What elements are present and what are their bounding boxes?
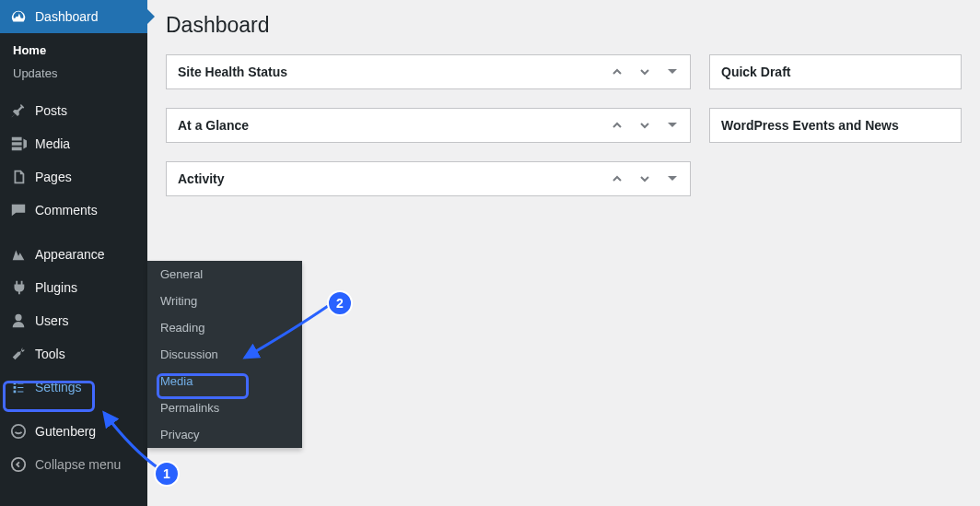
dashboard-subitems: Home Updates xyxy=(0,33,147,94)
submenu-item-permalinks[interactable]: Permalinks xyxy=(147,394,302,421)
left-column: Site Health Status At a Glance xyxy=(166,54,691,196)
submenu-item-media[interactable]: Media xyxy=(147,368,302,394)
label: Gutenberg xyxy=(35,424,96,439)
panel-controls xyxy=(611,119,679,132)
label: Plugins xyxy=(35,280,77,295)
move-down-icon[interactable] xyxy=(638,65,651,78)
settings-icon xyxy=(9,378,28,396)
panel-header: At a Glance xyxy=(167,109,690,142)
sidebar-collapse[interactable]: Collapse menu xyxy=(0,448,147,481)
panel-title: Site Health Status xyxy=(178,65,287,79)
label: Dashboard xyxy=(35,9,99,24)
panel-title: Activity xyxy=(178,171,225,186)
dashboard-icon xyxy=(9,7,28,26)
dashboard-columns: Site Health Status At a Glance xyxy=(166,54,962,196)
submenu-item-reading[interactable]: Reading xyxy=(147,314,302,341)
sidebar-item-dashboard[interactable]: Dashboard xyxy=(0,0,147,33)
appearance-icon xyxy=(9,245,28,264)
sidebar-item-media[interactable]: Media xyxy=(0,127,147,160)
sidebar-item-users[interactable]: Users xyxy=(0,304,147,337)
label: Media xyxy=(35,136,70,151)
toggle-icon[interactable] xyxy=(666,172,679,185)
plugins-icon xyxy=(9,278,28,297)
label: Settings xyxy=(35,380,82,394)
label: Pages xyxy=(35,170,72,184)
panel-quick-draft[interactable]: Quick Draft xyxy=(709,54,962,89)
move-down-icon[interactable] xyxy=(638,119,651,132)
collapse-icon xyxy=(9,455,28,474)
panel-title: Quick Draft xyxy=(721,65,790,79)
sidebar-subitem-updates[interactable]: Updates xyxy=(0,62,147,85)
panel-title: At a Glance xyxy=(178,118,249,133)
sidebar-item-plugins[interactable]: Plugins xyxy=(0,271,147,304)
label: Posts xyxy=(35,103,67,118)
submenu-item-discussion[interactable]: Discussion xyxy=(147,341,302,368)
label: Collapse menu xyxy=(35,457,121,472)
panel-activity[interactable]: Activity xyxy=(166,161,691,196)
pin-icon xyxy=(9,101,28,120)
sidebar-item-settings[interactable]: Settings xyxy=(0,371,147,404)
sidebar-subitem-home[interactable]: Home xyxy=(0,39,147,62)
tools-icon xyxy=(9,345,28,363)
label: Appearance xyxy=(35,247,105,262)
sidebar-item-pages[interactable]: Pages xyxy=(0,160,147,194)
panel-controls xyxy=(611,172,679,185)
page-title: Dashboard xyxy=(166,13,962,38)
media-icon xyxy=(9,135,28,153)
separator xyxy=(0,227,147,238)
toggle-icon[interactable] xyxy=(666,119,679,132)
panel-title: WordPress Events and News xyxy=(721,118,899,133)
sidebar: Dashboard Home Updates Posts Media Pages… xyxy=(0,0,147,506)
move-up-icon[interactable] xyxy=(611,119,624,132)
move-down-icon[interactable] xyxy=(638,172,651,185)
gutenberg-icon xyxy=(9,422,28,441)
submenu-item-privacy[interactable]: Privacy xyxy=(147,421,302,448)
toggle-icon[interactable] xyxy=(666,65,679,78)
sidebar-item-posts[interactable]: Posts xyxy=(0,94,147,127)
panel-site-health[interactable]: Site Health Status xyxy=(166,54,691,89)
panel-events-news[interactable]: WordPress Events and News xyxy=(709,108,962,143)
sidebar-item-comments[interactable]: Comments xyxy=(0,194,147,227)
label: Tools xyxy=(35,347,65,361)
panel-controls xyxy=(611,65,679,78)
submenu-item-general[interactable]: General xyxy=(147,261,302,288)
right-column: Quick Draft WordPress Events and News xyxy=(709,54,962,196)
pages-icon xyxy=(9,168,28,186)
panel-header: Site Health Status xyxy=(167,55,690,88)
panel-header: WordPress Events and News xyxy=(710,109,961,142)
panel-header: Quick Draft xyxy=(710,55,961,88)
panel-header: Activity xyxy=(167,162,690,195)
move-up-icon[interactable] xyxy=(611,65,624,78)
submenu-item-writing[interactable]: Writing xyxy=(147,288,302,314)
label: Users xyxy=(35,313,69,328)
sidebar-item-gutenberg[interactable]: Gutenberg xyxy=(0,415,147,448)
comments-icon xyxy=(9,201,28,219)
svg-point-0 xyxy=(12,425,25,438)
separator xyxy=(0,404,147,415)
users-icon xyxy=(9,312,28,330)
label: Comments xyxy=(35,203,98,218)
svg-point-1 xyxy=(12,458,25,471)
settings-submenu: General Writing Reading Discussion Media… xyxy=(147,261,302,448)
sidebar-item-tools[interactable]: Tools xyxy=(0,337,147,371)
panel-at-a-glance[interactable]: At a Glance xyxy=(166,108,691,143)
move-up-icon[interactable] xyxy=(611,172,624,185)
sidebar-item-appearance[interactable]: Appearance xyxy=(0,238,147,271)
